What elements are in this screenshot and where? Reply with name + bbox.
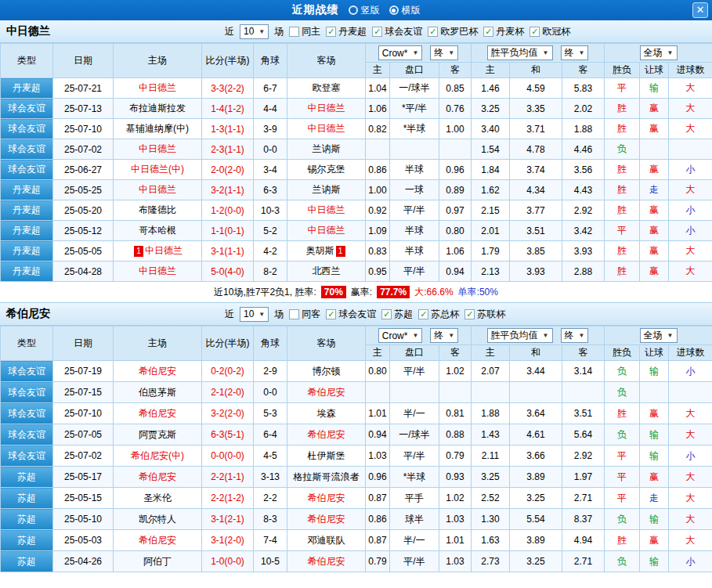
home-team-name: 中日德兰(中)	[131, 164, 184, 175]
cell-league: 丹麦超	[1, 221, 53, 241]
cell-result: 平	[605, 488, 640, 509]
cell-odds-home	[366, 139, 390, 160]
cell-avg-draw: 3.85	[510, 241, 562, 262]
cell-goals: 大	[669, 467, 712, 488]
checkbox-checked-icon[interactable]: ✓	[483, 27, 493, 37]
checkbox-checked-icon[interactable]: ✓	[381, 309, 392, 319]
col-avg-away: 客	[562, 345, 605, 361]
filter-checkbox[interactable]: ✓丹麦超	[326, 25, 367, 38]
radio-vertical-layout[interactable]: 竖版	[349, 4, 380, 17]
cell-home-team: 阿贾克斯	[114, 424, 202, 446]
checkbox-checked-icon[interactable]: ✓	[464, 309, 475, 319]
scope-select[interactable]: 全场▼	[640, 45, 678, 60]
cell-goals: 大	[669, 262, 712, 282]
col-type: 类型	[1, 44, 53, 78]
cell-league: 球会友谊	[1, 403, 53, 424]
cell-avg-away: 3.93	[562, 241, 605, 262]
checkbox-checked-icon[interactable]: ✓	[428, 27, 438, 37]
cell-score: 3-1(2-0)	[202, 530, 254, 551]
cell-away-team: 中日德兰	[287, 221, 366, 241]
radio-unselected-icon[interactable]	[349, 5, 358, 15]
filter-checkbox[interactable]: 同客	[289, 308, 320, 321]
match-row: 苏超25-05-17希伯尼安2-2(1-1)3-13格拉斯哥流浪者0.96*半球…	[1, 467, 712, 488]
filter-checkbox[interactable]: ✓欧冠杯	[529, 25, 570, 38]
checkbox-checked-icon[interactable]: ✓	[418, 309, 428, 319]
odds-stage-select[interactable]: 终▼	[430, 328, 458, 343]
close-icon[interactable]: ✕	[692, 2, 708, 18]
cell-odds-home: 0.82	[366, 119, 390, 139]
cell-score: 2-2(1-2)	[202, 488, 254, 509]
cell-corners: 4-2	[254, 241, 287, 262]
scope-select[interactable]: 全场▼	[640, 328, 678, 343]
cell-away-team: 兰讷斯	[287, 180, 366, 200]
checkbox-checked-icon[interactable]: ✓	[326, 27, 336, 37]
cell-avg-home: 2.07	[472, 361, 510, 382]
cell-odds-handicap: *半球	[390, 119, 439, 139]
avg-select[interactable]: 胜平负均值▼	[487, 328, 553, 343]
cell-odds-handicap: 平/半	[390, 361, 439, 382]
checkbox-checked-icon[interactable]: ✓	[529, 27, 540, 37]
odds-group-header: Crow*▼ 终▼	[366, 326, 472, 345]
bookmaker-select[interactable]: Crow*▼	[378, 45, 423, 60]
away-team-name: 希伯尼安	[308, 492, 345, 503]
cell-avg-draw: 3.89	[510, 530, 562, 551]
cell-home-team: 伯恩茅斯	[114, 382, 202, 403]
cell-away-team: 中日德兰	[287, 200, 366, 221]
cell-away-team: 希伯尼安	[287, 488, 366, 509]
match-row: 苏超25-05-15圣米伦2-2(1-2)2-2希伯尼安0.87平手1.022.…	[1, 488, 712, 509]
cell-handicap-result: 输	[640, 446, 669, 467]
cell-league: 球会友谊	[1, 160, 53, 180]
checkbox-checked-icon[interactable]: ✓	[372, 27, 382, 37]
avg-stage-select[interactable]: 终▼	[561, 45, 589, 60]
col-date: 日期	[53, 44, 114, 78]
filter-checkbox[interactable]: ✓苏联杯	[464, 308, 505, 321]
cell-league: 丹麦超	[1, 180, 53, 200]
cell-avg-home: 2.73	[472, 551, 510, 572]
cell-home-team: 希伯尼安	[114, 530, 202, 551]
checkbox-unchecked-icon[interactable]	[289, 309, 299, 319]
cell-home-team: 希伯尼安	[114, 361, 202, 382]
cell-odds-home: 0.86	[366, 509, 390, 530]
away-team-name: 希伯尼安	[308, 514, 345, 525]
cell-handicap-result: 赢	[640, 160, 669, 180]
filter-checkbox-label: 欧冠杯	[542, 25, 570, 38]
cell-avg-draw: 3.89	[510, 467, 562, 488]
cell-score: 1-0(0-0)	[202, 551, 254, 572]
checkbox-checked-icon[interactable]: ✓	[326, 309, 336, 319]
home-team-name: 希伯尼安	[139, 408, 176, 419]
cell-goals: 大	[669, 509, 712, 530]
filter-checkbox-label: 球会友谊	[338, 308, 376, 321]
big-rate-text: 大:66.6%	[414, 286, 453, 299]
cell-handicap-result: 赢	[640, 99, 669, 119]
match-count-select[interactable]: 10▼	[240, 24, 269, 39]
cell-odds-handicap	[390, 382, 439, 403]
cell-odds-home: 1.09	[366, 221, 390, 241]
cell-odds-away: 0.85	[439, 78, 472, 99]
bookmaker-select[interactable]: Crow*▼	[378, 328, 423, 343]
filter-checkbox[interactable]: ✓苏超	[381, 308, 413, 321]
filter-checkbox[interactable]: ✓苏总杯	[418, 308, 459, 321]
cell-score: 0-2(0-2)	[202, 361, 254, 382]
match-count-select[interactable]: 10▼	[240, 307, 269, 322]
match-row: 球会友谊25-07-15伯恩茅斯2-1(2-0)0-0希伯尼安负	[1, 382, 712, 403]
radio-selected-icon[interactable]	[389, 5, 399, 15]
filter-checkbox[interactable]: ✓球会友谊	[372, 25, 422, 38]
cell-avg-away	[562, 382, 605, 403]
chevron-down-icon: ▼	[579, 332, 585, 339]
away-team-name: 希伯尼安	[308, 429, 345, 440]
avg-select[interactable]: 胜平负均值▼	[487, 45, 553, 60]
cell-odds-handicap	[390, 139, 439, 160]
filter-checkbox[interactable]: ✓丹麦杯	[483, 25, 524, 38]
filter-checkbox-label: 丹麦超	[338, 25, 367, 38]
cell-odds-handicap: 平/半	[390, 200, 439, 221]
avg-stage-select[interactable]: 终▼	[561, 328, 589, 343]
filter-checkbox[interactable]: 同主	[289, 25, 320, 38]
odds-stage-select[interactable]: 终▼	[430, 45, 458, 60]
filter-checkbox[interactable]: ✓欧罗巴杯	[428, 25, 478, 38]
cell-avg-draw: 3.35	[510, 99, 562, 119]
filter-checkbox[interactable]: ✓球会友谊	[326, 308, 376, 321]
cell-score: 6-3(5-1)	[202, 424, 254, 446]
radio-horizontal-layout[interactable]: 横版	[389, 4, 421, 17]
checkbox-unchecked-icon[interactable]	[289, 27, 299, 37]
cell-result: 平	[605, 221, 640, 241]
